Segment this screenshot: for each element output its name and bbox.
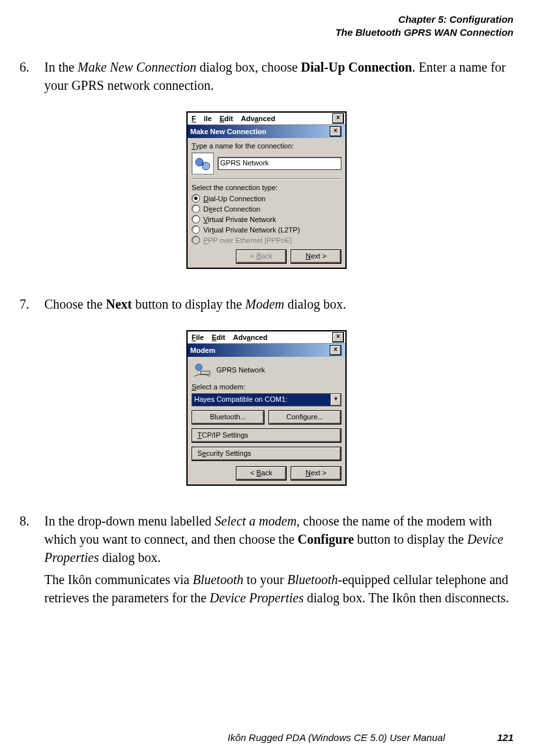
tcpip-settings-button[interactable]: TCP/IP Settings <box>192 428 341 443</box>
dialog-close-button[interactable]: × <box>330 126 341 137</box>
configure-button[interactable]: Configure... <box>268 410 341 425</box>
page: Chapter 5: Configuration The Bluetooth G… <box>0 0 533 756</box>
dropdown-arrow-icon[interactable]: ▼ <box>330 394 341 406</box>
menu-bar: File Edit Advanced × <box>188 113 345 125</box>
radio-vpn[interactable]: Virtual Private Network <box>192 215 341 223</box>
step-number: 7. <box>20 295 44 317</box>
step-8: 8. In the drop-down menu labelled Select… <box>20 512 513 611</box>
title-bar: Make New Connection × <box>188 125 345 138</box>
manual-title: Ikôn Rugged PDA (Windows CE 5.0) User Ma… <box>227 732 445 743</box>
step-6: 6. In the Make New Connection dialog box… <box>20 58 513 98</box>
radio-dialup[interactable]: Dial-Up Connection <box>192 194 341 203</box>
step-number: 6. <box>20 58 44 98</box>
modem-select-value: Hayes Compatible on COM1: <box>192 394 330 406</box>
menu-file[interactable]: File <box>188 333 208 341</box>
svg-rect-3 <box>201 371 210 374</box>
dialog-title: Modem <box>190 346 216 354</box>
connection-name-label: GPRS Network <box>216 366 265 374</box>
dialog-close-button[interactable]: × <box>330 345 341 356</box>
menu-file[interactable]: File <box>188 115 216 122</box>
section-label: The Bluetooth GPRS WAN Connection <box>20 26 513 39</box>
menu-advanced[interactable]: Advanced <box>229 333 272 341</box>
connection-icon <box>192 152 214 175</box>
back-button[interactable]: < Back <box>236 466 287 481</box>
page-footer: Ikôn Rugged PDA (Windows CE 5.0) User Ma… <box>20 732 513 743</box>
back-button: < Back <box>236 249 287 264</box>
select-modem-label: Select a modem: <box>192 383 341 391</box>
step-text: In the drop-down menu labelled Select a … <box>44 512 513 611</box>
radio-pppoe: PPP over Ethernet [PPPoE] <box>192 236 341 244</box>
svg-point-2 <box>195 364 202 371</box>
menu-advanced[interactable]: Advanced <box>237 115 280 122</box>
chapter-label: Chapter 5: Configuration <box>20 13 513 26</box>
step-number: 8. <box>20 512 44 611</box>
radio-direct[interactable]: Direct Connection <box>192 204 341 213</box>
step-text: In the Make New Connection dialog box, c… <box>44 58 513 98</box>
bluetooth-button[interactable]: Bluetooth... <box>192 410 265 425</box>
svg-point-1 <box>202 162 210 170</box>
dialog-make-new-connection-wrap: File Edit Advanced × Make New Connection… <box>20 111 513 269</box>
menu-edit[interactable]: Edit <box>208 333 229 341</box>
dialog-make-new-connection: File Edit Advanced × Make New Connection… <box>186 111 347 269</box>
window-close-button[interactable]: × <box>332 332 344 343</box>
security-settings-button[interactable]: Security Settings <box>192 447 341 461</box>
step-text: Choose the Next button to display the Mo… <box>44 295 513 317</box>
modem-icon <box>192 359 212 380</box>
next-button[interactable]: Next > <box>291 249 341 264</box>
title-bar: Modem × <box>188 344 345 357</box>
next-button[interactable]: Next > <box>291 466 341 481</box>
type-name-label: Type a name for the connection: <box>192 142 341 150</box>
select-type-label: Select the connection type: <box>192 184 341 191</box>
menu-edit[interactable]: Edit <box>216 115 237 122</box>
window-close-button[interactable]: × <box>332 113 344 124</box>
dialog-modem: File Edit Advanced × Modem × GPRS Networ… <box>186 330 347 486</box>
dialog-modem-wrap: File Edit Advanced × Modem × GPRS Networ… <box>20 330 513 486</box>
connection-name-input[interactable]: GPRS Network <box>218 157 341 170</box>
page-number: 121 <box>497 732 513 743</box>
page-header: Chapter 5: Configuration The Bluetooth G… <box>20 13 513 38</box>
modem-select[interactable]: Hayes Compatible on COM1: ▼ <box>192 393 341 406</box>
step-7: 7. Choose the Next button to display the… <box>20 295 513 317</box>
menu-bar: File Edit Advanced × <box>188 331 345 344</box>
dialog-title: Make New Connection <box>190 128 266 135</box>
radio-l2tp[interactable]: Virtual Private Network (L2TP) <box>192 225 341 234</box>
